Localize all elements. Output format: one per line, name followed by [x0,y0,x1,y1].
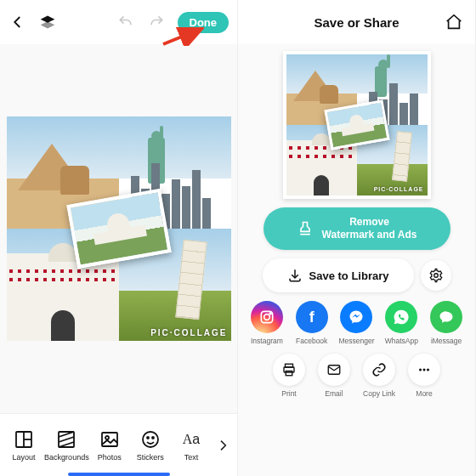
watermark-label: PIC·COLLAGE [150,328,227,337]
collage-preview[interactable]: PIC·COLLAGE [283,51,431,199]
more-icon [408,354,440,386]
save-label: Save to Library [309,269,389,282]
home-icon[interactable] [445,13,463,31]
download-icon [287,268,303,283]
tool-layout[interactable]: Layout [3,429,44,462]
back-icon[interactable] [8,13,26,31]
svg-rect-11 [102,433,117,446]
action-email[interactable]: Email [315,354,353,398]
share-facebook[interactable]: f Facebook [293,301,331,345]
share-topbar: Save or Share [238,0,475,44]
tool-label: Photos [98,453,122,462]
svg-point-17 [434,274,438,278]
save-settings-button[interactable] [421,260,451,291]
tool-backgrounds[interactable]: Backgrounds [44,429,89,462]
share-whatsapp[interactable]: WhatsApp [382,301,420,345]
svg-marker-1 [41,21,55,28]
whatsapp-icon [385,301,417,333]
svg-point-20 [269,313,271,314]
messenger-icon [340,301,372,333]
editor-topbar: Done [0,0,237,44]
action-label: More [416,389,432,398]
action-copylink[interactable]: Copy Link [360,354,398,398]
home-indicator [68,473,170,476]
collage-canvas[interactable]: PIC·COLLAGE [0,44,237,413]
share-messenger[interactable]: Messenger [338,301,376,345]
editor-screen: Done [0,0,238,476]
tool-label: Text [184,453,199,462]
page-title: Save or Share [314,15,399,30]
layers-icon[interactable] [38,13,56,31]
share-imessage[interactable]: iMessage [428,301,465,345]
action-more[interactable]: More [405,354,443,398]
imessage-icon [430,301,462,333]
share-label: Messenger [338,337,374,345]
instagram-icon [251,301,283,333]
tool-label: Stickers [137,453,164,462]
svg-point-14 [147,437,149,439]
save-row: Save to Library [263,258,451,292]
print-icon [273,354,305,386]
share-label: Facebook [296,337,327,345]
editor-toolbar: Layout Backgrounds Photos Stickers Aa Te… [0,413,237,476]
remove-line2: Watermark and Ads [322,229,417,241]
stamp-icon [297,220,314,237]
action-label: Copy Link [363,389,395,398]
remove-line1: Remove [322,216,417,229]
facebook-icon: f [296,301,328,333]
svg-point-13 [143,432,158,447]
share-actions-row: Print Email Copy Link More [248,354,465,398]
remove-watermark-button[interactable]: Remove Watermark and Ads [264,207,450,250]
gear-icon [428,268,444,283]
share-instagram[interactable]: Instagram [248,301,286,345]
tool-label: Layout [13,453,36,462]
action-print[interactable]: Print [270,354,308,398]
action-label: Print [281,389,296,398]
svg-line-10 [59,442,74,447]
share-label: iMessage [431,337,462,345]
action-label: Email [325,389,343,398]
svg-point-26 [423,369,426,371]
tool-text[interactable]: Aa Text [171,429,212,462]
share-label: Instagram [251,337,283,345]
done-button[interactable]: Done [178,12,230,33]
watermark-label: PIC·COLLAGE [374,186,424,192]
save-library-button[interactable]: Save to Library [263,258,414,292]
tool-label: Backgrounds [44,453,89,462]
svg-line-9 [59,437,74,442]
svg-point-27 [427,369,429,371]
share-body: PIC·COLLAGE Remove Watermark and Ads Sav… [238,44,475,476]
svg-point-15 [152,437,154,439]
link-icon [363,354,395,386]
share-apps-row: Instagram f Facebook Messenger WhatsApp … [248,301,465,345]
svg-point-12 [105,436,109,439]
share-screen: Save or Share PIC·COLLAGE Remove Waterma… [238,0,476,476]
tool-stickers[interactable]: Stickers [130,429,171,462]
svg-rect-23 [286,371,292,376]
tool-photos[interactable]: Photos [89,429,130,462]
text-icon: Aa [181,429,201,450]
toolbar-next-icon[interactable] [212,439,234,452]
share-label: WhatsApp [385,337,418,345]
undo-icon[interactable] [117,13,135,31]
redo-icon[interactable] [147,13,165,31]
collage[interactable]: PIC·COLLAGE [7,116,231,341]
email-icon [318,354,350,386]
svg-point-19 [264,314,270,320]
svg-point-25 [419,369,422,371]
